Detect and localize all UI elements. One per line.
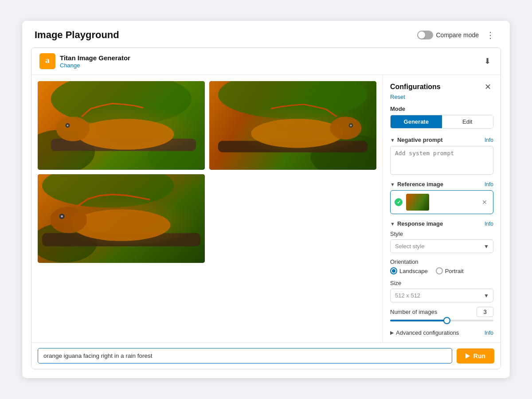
svg-point-2 — [51, 81, 192, 125]
remove-reference-button[interactable]: ✕ — [480, 198, 489, 207]
num-images-row: Number of images 3 — [390, 307, 493, 317]
svg-text:a: a — [45, 55, 50, 65]
generated-image-2 — [209, 81, 376, 170]
svg-rect-5 — [51, 139, 196, 151]
mode-buttons: Generate Edit — [390, 115, 493, 129]
negative-prompt-arrow-icon: ▼ — [390, 137, 395, 143]
slider-thumb — [443, 317, 450, 324]
response-image-arrow-icon: ▼ — [390, 221, 395, 227]
reference-image-label: Reference image — [397, 181, 443, 188]
svg-point-9 — [66, 125, 68, 126]
svg-point-6 — [77, 119, 174, 149]
image-cell-3[interactable] — [38, 174, 205, 263]
response-image-label: Response image — [397, 220, 443, 227]
page-title: Image Playground — [35, 29, 119, 41]
bottom-bar: Run — [31, 342, 501, 369]
main-container: Image Playground Compare mode ⋮ a Titan … — [22, 21, 510, 378]
svg-point-8 — [66, 123, 70, 128]
configurations-title: Configurations — [390, 83, 441, 91]
image-area — [31, 75, 383, 342]
svg-point-16 — [350, 125, 352, 126]
slider-fill — [390, 320, 447, 321]
close-configurations-button[interactable]: ✕ — [482, 81, 493, 93]
prompt-input[interactable] — [38, 348, 452, 364]
panel-header-info: Titan Image Generator Change — [60, 54, 130, 69]
run-button[interactable]: Run — [457, 348, 494, 364]
portrait-label: Portrait — [445, 268, 464, 274]
generate-mode-button[interactable]: Generate — [391, 115, 442, 128]
compare-mode-label: Compare mode — [436, 31, 479, 39]
slider-track — [390, 320, 493, 321]
export-icon[interactable]: ⬇ — [482, 55, 493, 68]
run-label: Run — [473, 352, 485, 360]
svg-point-14 — [330, 117, 361, 140]
svg-point-17 — [42, 174, 174, 207]
size-select[interactable]: 512 x 512 768 x 768 1024 x 1024 — [390, 289, 493, 302]
num-images-label: Number of images — [390, 309, 437, 315]
num-images-value: 3 — [477, 307, 493, 317]
negative-prompt-textarea[interactable] — [390, 146, 493, 175]
response-image-section-header: ▼ Response image Info — [390, 220, 493, 227]
size-label: Size — [390, 280, 493, 286]
top-bar-right: Compare mode ⋮ — [417, 29, 498, 41]
size-select-wrapper: 512 x 512 768 x 768 1024 x 1024 ▼ — [390, 289, 493, 302]
edit-mode-button[interactable]: Edit — [442, 115, 493, 128]
num-images-slider[interactable] — [390, 319, 493, 322]
svg-point-22 — [59, 214, 65, 219]
top-bar: Image Playground Compare mode ⋮ — [22, 21, 510, 47]
reference-image-arrow-icon: ▼ — [390, 182, 395, 187]
svg-point-3 — [38, 130, 95, 170]
panel-header-left: a Titan Image Generator Change — [39, 53, 130, 69]
svg-point-15 — [348, 123, 353, 128]
advanced-arrow-icon: ▶ — [390, 330, 394, 336]
reference-image-info-link[interactable]: Info — [485, 181, 493, 188]
svg-point-18 — [38, 223, 97, 262]
reference-image-section-header: ▼ Reference image Info — [390, 181, 493, 188]
main-panel: a Titan Image Generator Change ⬇ — [31, 47, 501, 369]
style-label: Style — [390, 231, 493, 237]
mode-label: Mode — [390, 106, 493, 112]
generated-image-1 — [38, 81, 205, 170]
advanced-collapse[interactable]: ▶ Advanced configurations — [390, 329, 459, 336]
model-name: Titan Image Generator — [60, 54, 130, 62]
negative-prompt-section-header: ▼ Negative prompt Info — [390, 137, 493, 143]
generated-image-3 — [38, 174, 205, 263]
advanced-info-link[interactable]: Info — [485, 330, 493, 336]
response-image-collapse[interactable]: ▼ Response image — [390, 220, 443, 227]
reference-image-inner: ✓ — [395, 194, 429, 211]
response-image-info-link[interactable]: Info — [485, 221, 493, 227]
landscape-radio-circle — [390, 267, 397, 274]
advanced-label: Advanced configurations — [396, 329, 459, 336]
reset-button[interactable]: Reset — [390, 94, 493, 100]
run-play-icon — [466, 353, 470, 359]
svg-point-13 — [251, 119, 343, 148]
style-select-wrapper: Select style Auto Photography Art Illust… — [390, 239, 493, 253]
reference-thumbnail — [406, 194, 429, 211]
compare-mode-toggle[interactable]: Compare mode — [417, 31, 479, 39]
svg-point-23 — [61, 215, 63, 218]
svg-point-21 — [50, 207, 87, 233]
image-cell-1[interactable] — [38, 81, 205, 170]
sidebar: Configurations ✕ Reset Mode Generate Edi… — [383, 75, 501, 342]
landscape-radio[interactable]: Landscape — [390, 267, 428, 274]
negative-prompt-info-link[interactable]: Info — [485, 137, 493, 143]
orientation-row: Landscape Portrait — [390, 267, 493, 274]
image-cell-2[interactable] — [209, 81, 376, 170]
reference-check-icon: ✓ — [395, 198, 403, 206]
svg-point-7 — [56, 117, 90, 141]
landscape-label: Landscape — [399, 268, 428, 274]
amazon-logo: a — [39, 53, 55, 69]
compare-toggle-switch[interactable] — [417, 31, 433, 39]
negative-prompt-collapse[interactable]: ▼ Negative prompt — [390, 137, 442, 143]
style-select[interactable]: Select style Auto Photography Art Illust… — [390, 239, 493, 253]
negative-prompt-label: Negative prompt — [397, 137, 443, 143]
options-menu-button[interactable]: ⋮ — [483, 29, 497, 41]
reference-thumb-img — [406, 194, 429, 211]
portrait-radio[interactable]: Portrait — [436, 267, 464, 274]
reference-image-collapse[interactable]: ▼ Reference image — [390, 181, 443, 188]
change-model-link[interactable]: Change — [60, 62, 80, 69]
panel-header: a Titan Image Generator Change ⬇ — [31, 48, 501, 75]
svg-rect-12 — [218, 141, 368, 153]
advanced-row: ▶ Advanced configurations Info — [390, 329, 493, 336]
svg-point-11 — [310, 134, 376, 170]
